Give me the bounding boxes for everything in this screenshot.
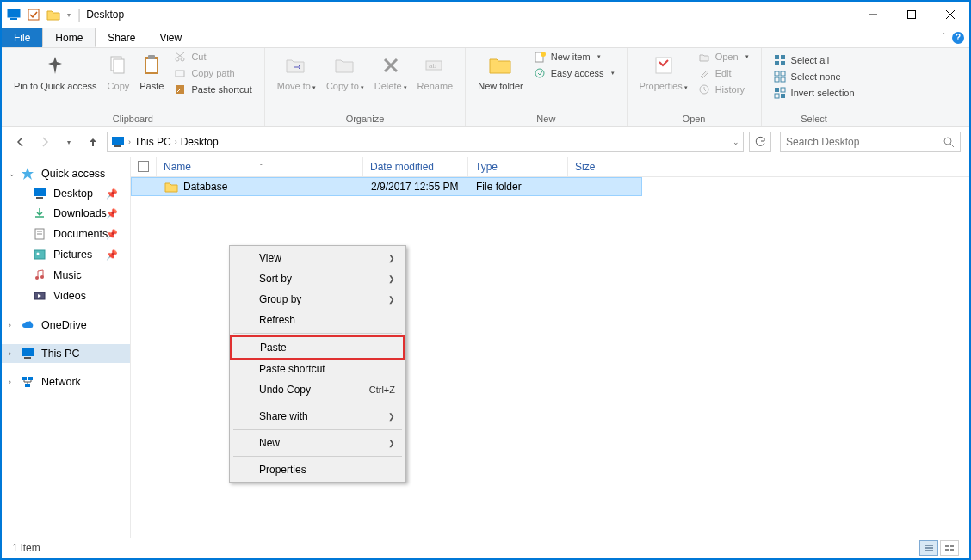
up-button[interactable] — [83, 132, 103, 152]
refresh-button[interactable] — [749, 132, 771, 152]
nav-quick-access[interactable]: ⌄Quick access — [2, 163, 130, 184]
annotation-highlight: Paste — [230, 335, 405, 360]
svg-rect-61 — [945, 545, 949, 547]
select-none-icon — [774, 71, 786, 83]
nav-desktop[interactable]: Desktop📌 — [2, 184, 130, 203]
ribbon: Pin to Quick access Copy Paste Cut Copy … — [2, 48, 969, 127]
tab-share[interactable]: Share — [96, 28, 147, 47]
tab-file[interactable]: File — [2, 28, 42, 47]
svg-rect-35 — [775, 88, 779, 92]
history-dropdown[interactable]: ⌄ — [733, 138, 739, 146]
svg-rect-39 — [112, 137, 124, 145]
svg-rect-40 — [114, 145, 121, 147]
ctx-view[interactable]: View❯ — [232, 248, 404, 268]
copy-path-button[interactable]: Copy path — [172, 66, 253, 80]
delete-button[interactable]: Delete▾ — [369, 48, 412, 96]
edit-button[interactable]: Edit — [696, 66, 751, 80]
select-none-button[interactable]: Select none — [772, 70, 857, 83]
invert-selection-button[interactable]: Invert selection — [772, 86, 857, 100]
col-size[interactable]: Size — [568, 157, 640, 176]
group-label-clipboard: Clipboard — [2, 114, 264, 124]
ctx-refresh[interactable]: Refresh — [232, 310, 404, 330]
maximize-button[interactable] — [892, 2, 931, 28]
select-all-icon — [774, 54, 786, 66]
nav-documents[interactable]: Documents📌 — [2, 224, 130, 244]
help-icon[interactable]: ? — [952, 32, 964, 44]
ribbon-group-new: New folder New item▾ Easy access▾ New — [466, 48, 627, 126]
recent-locations-button[interactable]: ▾ — [59, 132, 79, 152]
tab-home[interactable]: Home — [42, 28, 96, 47]
ctx-group-by[interactable]: Group by❯ — [232, 289, 404, 310]
cut-button[interactable]: Cut — [172, 50, 253, 64]
svg-rect-29 — [775, 61, 779, 65]
rename-button[interactable]: ab Rename — [412, 48, 459, 95]
new-folder-button[interactable]: New folder — [473, 48, 529, 95]
close-button[interactable] — [931, 2, 969, 28]
delete-icon — [381, 56, 400, 75]
move-to-button[interactable]: Move to▾ — [272, 48, 321, 96]
copy-to-button[interactable]: Copy to▾ — [321, 48, 369, 96]
status-bar: 1 item — [3, 538, 968, 557]
folder-new-icon — [488, 54, 512, 77]
clipboard-icon — [142, 54, 161, 77]
col-checkbox[interactable] — [131, 157, 157, 176]
main-area: ⌄Quick access Desktop📌 Downloads📌 Docume… — [2, 157, 969, 538]
view-large-icons-button[interactable] — [940, 540, 959, 556]
ribbon-tabs: File Home Share View ˆ ? — [2, 28, 969, 48]
ctx-paste[interactable]: Paste — [232, 337, 403, 358]
svg-rect-37 — [775, 94, 779, 98]
tab-view[interactable]: View — [147, 28, 194, 47]
copy-icon — [108, 55, 127, 76]
ctx-undo-copy[interactable]: Undo CopyCtrl+Z — [232, 379, 404, 400]
new-item-button[interactable]: New item▾ — [532, 50, 616, 64]
nav-music[interactable]: Music — [2, 265, 130, 286]
col-date[interactable]: Date modified — [363, 157, 468, 176]
nav-onedrive[interactable]: ›OneDrive — [2, 315, 130, 335]
svg-rect-38 — [781, 94, 785, 98]
qat-icons: ▾ | — [7, 7, 81, 22]
view-details-button[interactable] — [919, 540, 938, 556]
search-input[interactable]: Search Desktop — [780, 132, 961, 152]
documents-icon — [33, 227, 46, 241]
minimize-ribbon-icon[interactable]: ˆ — [943, 33, 945, 42]
paste-button[interactable]: Paste — [134, 48, 169, 95]
shortcut-icon — [174, 83, 186, 95]
svg-rect-32 — [781, 71, 785, 76]
pin-to-quick-access-button[interactable]: Pin to Quick access — [9, 48, 102, 95]
network-icon — [21, 375, 34, 389]
breadcrumb[interactable]: › This PC › Desktop ⌄ — [107, 132, 744, 152]
nav-this-pc[interactable]: ›This PC — [2, 344, 130, 363]
breadcrumb-current[interactable]: Desktop — [181, 136, 219, 148]
properties-button[interactable]: Properties▾ — [634, 48, 693, 96]
col-type[interactable]: Type — [468, 157, 568, 176]
ctx-share-with[interactable]: Share with❯ — [232, 406, 404, 427]
ctx-new[interactable]: New❯ — [232, 433, 404, 453]
col-name[interactable]: Nameˆ — [157, 157, 363, 176]
forward-button[interactable] — [34, 132, 55, 152]
svg-rect-36 — [781, 88, 785, 92]
ctx-sort-by[interactable]: Sort by❯ — [232, 268, 404, 289]
minimize-button[interactable] — [853, 2, 892, 28]
copy-to-icon — [334, 55, 356, 76]
nav-pictures[interactable]: Pictures📌 — [2, 244, 130, 265]
open-icon — [698, 51, 710, 63]
nav-videos[interactable]: Videos — [2, 286, 130, 306]
ctx-properties[interactable]: Properties — [232, 459, 404, 480]
back-button[interactable] — [10, 132, 31, 152]
nav-downloads[interactable]: Downloads📌 — [2, 203, 130, 224]
easy-access-button[interactable]: Easy access▾ — [532, 66, 616, 80]
history-icon — [698, 83, 710, 95]
chevron-right-icon: ❯ — [388, 439, 395, 447]
nav-network[interactable]: ›Network — [2, 372, 130, 392]
open-button[interactable]: Open▾ — [696, 50, 751, 64]
paste-shortcut-button[interactable]: Paste shortcut — [172, 83, 253, 96]
path-icon — [174, 67, 186, 79]
copy-button[interactable]: Copy — [102, 48, 135, 95]
history-button[interactable]: History — [696, 83, 751, 96]
select-all-button[interactable]: Select all — [772, 53, 857, 67]
monitor-icon — [7, 9, 21, 21]
file-row[interactable]: Database 2/9/2017 12:55 PM File folder — [131, 177, 642, 196]
svg-rect-63 — [945, 549, 949, 551]
breadcrumb-root[interactable]: This PC — [134, 136, 171, 148]
ctx-paste-shortcut[interactable]: Paste shortcut — [232, 359, 404, 379]
